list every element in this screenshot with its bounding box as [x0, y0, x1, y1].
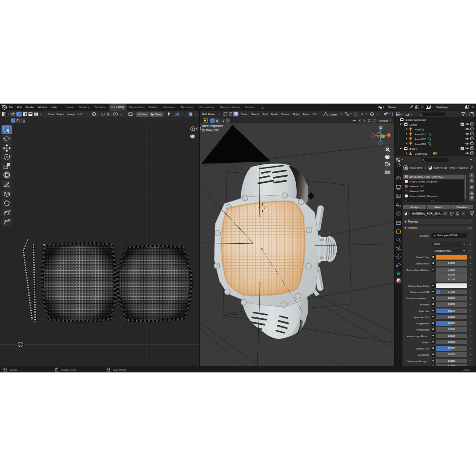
svg-text:Z: Z: [380, 126, 382, 129]
svg-text:Z: Z: [368, 119, 370, 122]
svg-text:Extras: Extras: [409, 123, 417, 126]
svg-text:MATERIAL_FOR_CHANGE: MATERIAL_FOR_CHANGE: [434, 167, 469, 170]
svg-text:X: X: [388, 134, 390, 137]
svg-text:Material.001: Material.001: [409, 190, 425, 193]
svg-text:20: 20: [444, 212, 447, 215]
svg-text:Area.003: Area.003: [415, 142, 426, 145]
svg-text:MATERIAL_FOR_CHA...: MATERIAL_FOR_CHA...: [412, 212, 443, 216]
svg-text:BODY: BODY: [409, 147, 417, 150]
svg-text:+: +: [138, 112, 141, 116]
svg-text:Negro_Metal_Megascs: Negro_Metal_Megascs: [409, 180, 438, 183]
svg-text:Global: Global: [329, 113, 337, 116]
svg-text:Material.003: Material.003: [409, 185, 425, 188]
svg-text:X: X: [359, 119, 361, 122]
svg-text:New: New: [141, 112, 147, 115]
svg-text:Negro_Metal_Megascs: Negro_Metal_Megascs: [409, 194, 438, 197]
svg-text:Area.002: Area.002: [415, 138, 426, 141]
svg-text:Open: Open: [155, 112, 162, 115]
svg-text:MATERIAL_FOR_CHANGE: MATERIAL_FOR_CHANGE: [409, 175, 443, 178]
svg-text:Scene Collection: Scene Collection: [405, 118, 426, 121]
svg-text:Plane.033: Plane.033: [409, 167, 422, 170]
svg-text:Y: Y: [364, 119, 366, 122]
svg-text:Empty.011: Empty.011: [415, 152, 428, 155]
svg-text:Area.001: Area.001: [415, 133, 426, 136]
svg-text:Area: Area: [415, 128, 421, 131]
